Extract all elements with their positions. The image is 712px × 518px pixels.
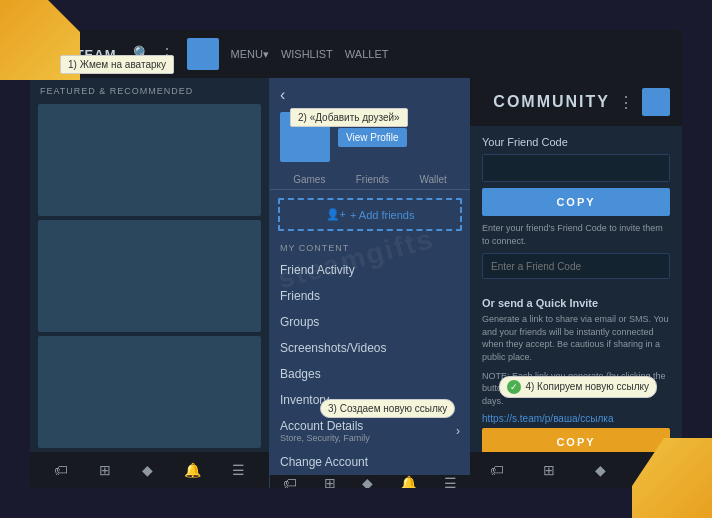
community-avatar[interactable] [642,88,670,116]
menu-friend-activity[interactable]: Friend Activity [270,257,470,283]
friend-code-input[interactable] [482,154,670,182]
community-more-icon[interactable]: ⋮ [618,93,634,112]
nav-wallet[interactable]: WALLET [345,48,389,60]
quick-invite-desc: Generate a link to share via email or SM… [482,313,670,363]
menu-groups[interactable]: Groups [270,309,470,335]
profile-popup: ‹ View Profile Games Friends Wallet 👤+ +… [270,78,470,488]
menu-items: Friend Activity Friends Groups Screensho… [270,257,470,475]
quick-invite-label: Or send a Quick Invite [482,297,670,309]
chevron-right-icon: › [456,424,460,438]
back-button[interactable]: ‹ [270,78,470,112]
bookmark-icon-mid[interactable]: 🏷 [283,475,297,488]
menu-friends[interactable]: Friends [270,283,470,309]
bookmark-icon-right[interactable]: 🏷 [490,462,504,478]
header-avatar[interactable] [187,38,219,70]
friend-code-label: Your Friend Code [482,136,670,148]
annotation-4-text: 4) Копируем новую ссылку [525,381,649,392]
community-content: Your Friend Code COPY Enter your friend'… [470,126,682,452]
annotation-tooltip-3: 3) Создаем новую ссылку [320,399,455,418]
annotation-tooltip-2: 2) «Добавить друзей» [290,108,408,127]
bell-icon-mid[interactable]: 🔔 [400,475,417,488]
copy-link-button[interactable]: COPY [482,428,670,452]
left-panel: FEATURED & RECOMMENDED 🏷 ⊞ ◆ 🔔 ☰ [30,78,270,488]
content-area: FEATURED & RECOMMENDED 🏷 ⊞ ◆ 🔔 ☰ ‹ View … [30,78,682,488]
trophy-icon[interactable]: ◆ [142,462,153,478]
community-title: COMMUNITY [482,93,610,111]
add-friends-button[interactable]: 👤+ + Add friends [278,198,462,231]
friend-code-section: Your Friend Code COPY Enter your friend'… [482,136,670,287]
add-friends-label: + Add friends [350,209,415,221]
main-container: STEAM 🔍 ⋮ MENU▾ WISHLIST WALLET FEATURED… [30,30,682,488]
featured-images [30,100,269,452]
menu-change-account[interactable]: Change Account [270,449,470,475]
enter-friend-code-input[interactable] [482,253,670,279]
community-panel: COMMUNITY ⋮ Your Friend Code COPY Enter … [470,78,682,488]
tab-friends[interactable]: Friends [356,174,389,185]
menu-screenshots[interactable]: Screenshots/Videos [270,335,470,361]
featured-label: FEATURED & RECOMMENDED [30,78,269,100]
bell-icon[interactable]: 🔔 [184,462,201,478]
tab-games[interactable]: Games [293,174,325,185]
menu-icon[interactable]: ☰ [232,462,245,478]
grid-icon-mid[interactable]: ⊞ [324,475,336,488]
quick-invite-section: Or send a Quick Invite Generate a link t… [482,297,670,452]
menu-account-details[interactable]: Account Details Store, Security, Family … [270,413,470,449]
featured-image-2 [38,220,261,332]
header-nav: MENU▾ WISHLIST WALLET [231,48,389,61]
menu-badges[interactable]: Badges [270,361,470,387]
invite-link-url: https://s.team/p/ваша/ссылка [482,413,670,424]
account-details-label: Account Details [280,419,370,433]
nav-wishlist[interactable]: WISHLIST [281,48,333,60]
featured-image-3 [38,336,261,448]
grid-icon-right[interactable]: ⊞ [543,462,555,478]
annotation-tooltip-4: ✓ 4) Копируем новую ссылку [499,376,657,398]
annotation-tooltip-1: 1) Жмем на аватарку [60,55,174,74]
trophy-icon-right[interactable]: ◆ [595,462,606,478]
community-header: COMMUNITY ⋮ [470,78,682,126]
copy-friend-code-button[interactable]: COPY [482,188,670,216]
add-friends-icon: 👤+ [326,208,346,221]
left-bottom-nav: 🏷 ⊞ ◆ 🔔 ☰ [30,452,269,488]
menu-icon-mid[interactable]: ☰ [444,475,457,488]
nav-menu[interactable]: MENU▾ [231,48,269,61]
featured-image-1 [38,104,261,216]
check-icon: ✓ [507,380,521,394]
profile-tabs: Games Friends Wallet [270,170,470,190]
my-content-label: MY CONTENT [270,239,470,257]
middle-bottom-nav: 🏷 ⊞ ◆ 🔔 ☰ [270,475,470,488]
view-profile-button[interactable]: View Profile [338,128,407,147]
trophy-icon-mid[interactable]: ◆ [362,475,373,488]
invite-description: Enter your friend's Friend Code to invit… [482,222,670,247]
bookmark-icon[interactable]: 🏷 [54,462,68,478]
account-details-sub: Store, Security, Family [280,433,370,443]
grid-icon[interactable]: ⊞ [99,462,111,478]
tab-wallet[interactable]: Wallet [419,174,446,185]
